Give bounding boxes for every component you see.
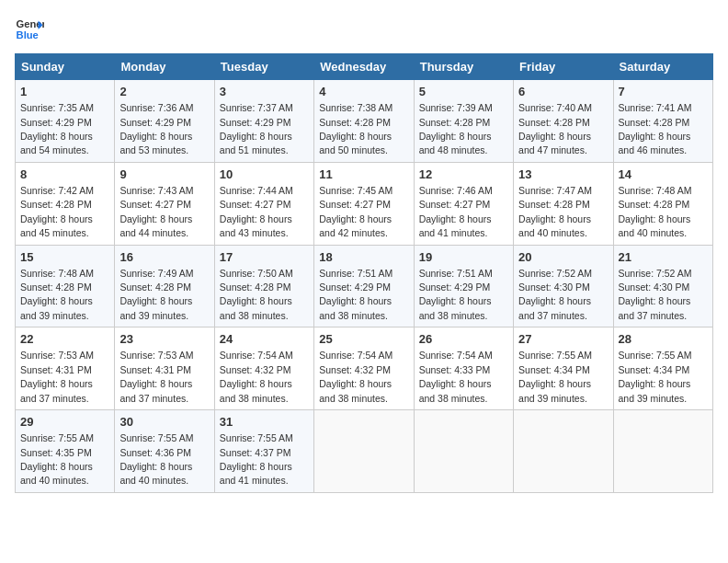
day-info: Sunrise: 7:42 AMSunset: 4:28 PMDaylight:… [20,185,94,238]
empty-cell [613,410,712,493]
day-number: 24 [220,331,309,348]
day-info: Sunrise: 7:44 AMSunset: 4:27 PMDaylight:… [220,185,293,238]
day-info: Sunrise: 7:41 AMSunset: 4:28 PMDaylight:… [619,102,692,155]
logo-icon: General Blue [15,15,44,44]
day-number: 17 [220,249,309,266]
day-number: 14 [619,167,708,183]
day-cell-21: 21Sunrise: 7:52 AMSunset: 4:30 PMDayligh… [613,245,712,327]
day-cell-6: 6Sunrise: 7:40 AMSunset: 4:28 PMDaylight… [514,80,613,163]
logo: General Blue [15,15,44,44]
day-info: Sunrise: 7:48 AMSunset: 4:28 PMDaylight:… [20,268,94,321]
day-cell-16: 16Sunrise: 7:49 AMSunset: 4:28 PMDayligh… [115,245,214,327]
day-cell-27: 27Sunrise: 7:55 AMSunset: 4:34 PMDayligh… [514,327,613,410]
column-header-monday: Monday [115,54,214,80]
day-cell-22: 22Sunrise: 7:53 AMSunset: 4:31 PMDayligh… [16,327,115,410]
day-info: Sunrise: 7:38 AMSunset: 4:28 PMDaylight:… [319,102,392,155]
day-info: Sunrise: 7:54 AMSunset: 4:33 PMDaylight:… [419,350,493,403]
day-cell-1: 1Sunrise: 7:35 AMSunset: 4:29 PMDaylight… [16,80,115,163]
day-info: Sunrise: 7:55 AMSunset: 4:34 PMDaylight:… [619,350,692,403]
week-row-5: 29Sunrise: 7:55 AMSunset: 4:35 PMDayligh… [16,410,713,493]
day-cell-28: 28Sunrise: 7:55 AMSunset: 4:34 PMDayligh… [613,327,712,410]
day-info: Sunrise: 7:35 AMSunset: 4:29 PMDaylight:… [20,102,94,155]
day-info: Sunrise: 7:52 AMSunset: 4:30 PMDaylight:… [518,268,592,321]
day-number: 30 [119,414,209,431]
day-number: 27 [518,331,608,348]
column-header-tuesday: Tuesday [214,54,313,80]
column-header-wednesday: Wednesday [314,54,414,80]
day-info: Sunrise: 7:46 AMSunset: 4:27 PMDaylight:… [419,185,493,238]
day-cell-18: 18Sunrise: 7:51 AMSunset: 4:29 PMDayligh… [314,245,414,327]
week-row-1: 1Sunrise: 7:35 AMSunset: 4:29 PMDaylight… [16,80,713,163]
day-number: 4 [319,84,408,100]
day-number: 23 [119,331,209,348]
day-info: Sunrise: 7:40 AMSunset: 4:28 PMDaylight:… [518,102,592,155]
week-row-3: 15Sunrise: 7:48 AMSunset: 4:28 PMDayligh… [16,245,713,327]
day-number: 2 [119,84,209,100]
day-number: 20 [518,249,608,266]
day-number: 6 [518,84,608,100]
day-number: 31 [220,414,309,431]
day-cell-15: 15Sunrise: 7:48 AMSunset: 4:28 PMDayligh… [16,245,115,327]
day-cell-5: 5Sunrise: 7:39 AMSunset: 4:28 PMDaylight… [414,80,513,163]
day-number: 28 [619,331,708,348]
day-number: 21 [619,249,708,266]
week-row-4: 22Sunrise: 7:53 AMSunset: 4:31 PMDayligh… [16,327,713,410]
day-info: Sunrise: 7:36 AMSunset: 4:29 PMDaylight:… [119,102,193,155]
day-info: Sunrise: 7:45 AMSunset: 4:27 PMDaylight:… [319,185,392,238]
calendar-table: SundayMondayTuesdayWednesdayThursdayFrid… [15,53,713,493]
day-info: Sunrise: 7:55 AMSunset: 4:35 PMDaylight:… [20,432,94,486]
day-cell-3: 3Sunrise: 7:37 AMSunset: 4:29 PMDaylight… [214,80,313,163]
day-info: Sunrise: 7:55 AMSunset: 4:36 PMDaylight:… [119,432,193,486]
day-number: 5 [419,84,508,100]
day-info: Sunrise: 7:53 AMSunset: 4:31 PMDaylight:… [119,350,193,403]
day-cell-17: 17Sunrise: 7:50 AMSunset: 4:28 PMDayligh… [214,245,313,327]
day-cell-2: 2Sunrise: 7:36 AMSunset: 4:29 PMDaylight… [115,80,214,163]
day-info: Sunrise: 7:54 AMSunset: 4:32 PMDaylight:… [220,350,293,403]
day-cell-11: 11Sunrise: 7:45 AMSunset: 4:27 PMDayligh… [314,162,414,245]
empty-cell [414,410,513,493]
day-info: Sunrise: 7:49 AMSunset: 4:28 PMDaylight:… [119,268,193,321]
day-cell-19: 19Sunrise: 7:51 AMSunset: 4:29 PMDayligh… [414,245,513,327]
day-info: Sunrise: 7:53 AMSunset: 4:31 PMDaylight:… [20,350,94,403]
day-number: 10 [220,167,309,183]
day-number: 7 [619,84,708,100]
column-header-friday: Friday [514,54,613,80]
day-info: Sunrise: 7:51 AMSunset: 4:29 PMDaylight:… [419,268,493,321]
page-header: General Blue [15,15,713,44]
day-info: Sunrise: 7:50 AMSunset: 4:28 PMDaylight:… [220,268,293,321]
day-cell-14: 14Sunrise: 7:48 AMSunset: 4:28 PMDayligh… [613,162,712,245]
calendar-body: 1Sunrise: 7:35 AMSunset: 4:29 PMDaylight… [16,80,713,493]
day-info: Sunrise: 7:39 AMSunset: 4:28 PMDaylight:… [419,102,493,155]
day-cell-24: 24Sunrise: 7:54 AMSunset: 4:32 PMDayligh… [214,327,313,410]
day-number: 12 [419,167,508,183]
day-cell-29: 29Sunrise: 7:55 AMSunset: 4:35 PMDayligh… [16,410,115,493]
day-cell-12: 12Sunrise: 7:46 AMSunset: 4:27 PMDayligh… [414,162,513,245]
day-info: Sunrise: 7:54 AMSunset: 4:32 PMDaylight:… [319,350,392,403]
day-number: 8 [20,167,109,183]
day-cell-9: 9Sunrise: 7:43 AMSunset: 4:27 PMDaylight… [115,162,214,245]
day-number: 15 [20,249,109,266]
column-header-thursday: Thursday [414,54,513,80]
empty-cell [314,410,414,493]
day-info: Sunrise: 7:48 AMSunset: 4:28 PMDaylight:… [619,185,692,238]
day-number: 9 [119,167,209,183]
day-info: Sunrise: 7:51 AMSunset: 4:29 PMDaylight:… [319,268,392,321]
day-cell-10: 10Sunrise: 7:44 AMSunset: 4:27 PMDayligh… [214,162,313,245]
day-cell-13: 13Sunrise: 7:47 AMSunset: 4:28 PMDayligh… [514,162,613,245]
day-info: Sunrise: 7:43 AMSunset: 4:27 PMDaylight:… [119,185,193,238]
day-number: 22 [20,331,109,348]
day-number: 13 [518,167,608,183]
calendar-header-row: SundayMondayTuesdayWednesdayThursdayFrid… [16,54,713,80]
empty-cell [514,410,613,493]
column-header-saturday: Saturday [613,54,712,80]
day-cell-26: 26Sunrise: 7:54 AMSunset: 4:33 PMDayligh… [414,327,513,410]
week-row-2: 8Sunrise: 7:42 AMSunset: 4:28 PMDaylight… [16,162,713,245]
day-number: 19 [419,249,508,266]
day-cell-25: 25Sunrise: 7:54 AMSunset: 4:32 PMDayligh… [314,327,414,410]
day-info: Sunrise: 7:37 AMSunset: 4:29 PMDaylight:… [220,102,293,155]
day-cell-7: 7Sunrise: 7:41 AMSunset: 4:28 PMDaylight… [613,80,712,163]
day-cell-23: 23Sunrise: 7:53 AMSunset: 4:31 PMDayligh… [115,327,214,410]
day-number: 26 [419,331,508,348]
day-number: 3 [220,84,309,100]
day-number: 29 [20,414,109,431]
